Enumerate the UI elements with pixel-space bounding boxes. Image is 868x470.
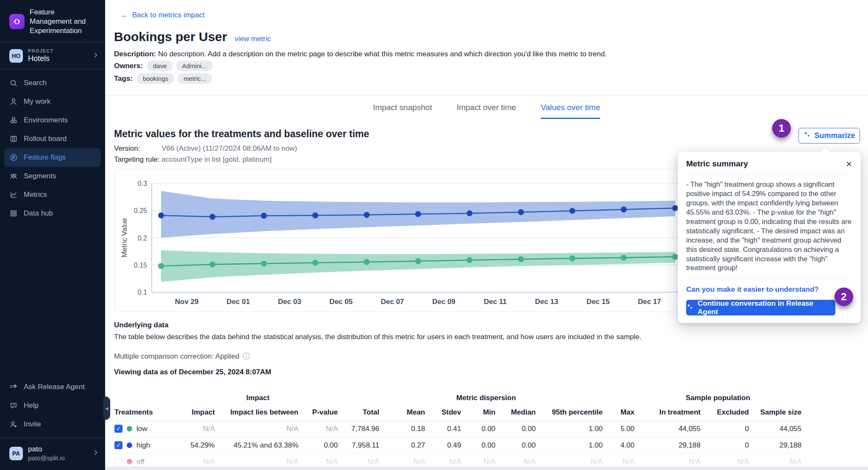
- project-switcher[interactable]: HO PROJECT Hotels: [0, 42, 105, 69]
- project-label: PROJECT: [28, 48, 53, 53]
- view-metric-link[interactable]: view metric: [235, 35, 271, 43]
- chart-icon: [9, 191, 18, 199]
- column-header: P-value: [298, 404, 338, 420]
- svg-text:Nov 29: Nov 29: [175, 298, 199, 306]
- sidebar-item-data-hub[interactable]: Data hub: [4, 204, 101, 223]
- treatment-color-dot: [127, 459, 132, 464]
- table-cell: 0.00: [495, 420, 536, 437]
- nav-label: Rollout board: [24, 135, 67, 143]
- treatment-checkbox[interactable]: ✓: [114, 425, 122, 433]
- confidence-band-low: [161, 250, 675, 282]
- user-menu[interactable]: PA pato pato@split.io: [0, 438, 105, 470]
- table-cell: 0.00: [461, 420, 495, 437]
- version-value: V66 (Active) (11/27/2024 08:06AM to now): [161, 144, 297, 153]
- annotation-step-2-badge: 2: [835, 288, 853, 306]
- sidebar-item-ask-release-agent[interactable]: Ask Release Agent: [4, 378, 101, 396]
- treatment-checkbox[interactable]: [114, 458, 122, 466]
- table-cell: 44,055: [634, 420, 701, 437]
- underlying-data-table: ImpactMetric dispersionSample population…: [114, 392, 801, 470]
- description-label: Description:: [114, 50, 156, 58]
- sidebar-item-feature-flags[interactable]: Feature flags: [4, 148, 101, 167]
- easier-to-understand-link[interactable]: Can you make it easier to understand?: [686, 285, 852, 294]
- help-bubble-icon: ?: [9, 401, 18, 410]
- table-cell: 0.18: [379, 420, 425, 437]
- svg-text:Dec 01: Dec 01: [227, 298, 250, 306]
- sidebar-item-metrics[interactable]: Metrics: [4, 185, 101, 204]
- sidebar-item-invite[interactable]: Invite: [4, 415, 101, 434]
- targeting-rule-row: Targeting rule: accountType in list [gol…: [114, 155, 272, 164]
- svg-text:0.25: 0.25: [134, 207, 147, 214]
- sidebar-item-rollout-board[interactable]: Rollout board: [4, 130, 101, 148]
- svg-text:?: ?: [13, 403, 15, 407]
- svg-text:Dec 09: Dec 09: [432, 298, 456, 306]
- user-name: pato: [28, 445, 65, 453]
- info-icon[interactable]: ⓘ: [243, 351, 250, 361]
- tab-bar: Impact snapshot Impact over time Values …: [105, 103, 868, 119]
- flag-icon: [9, 153, 18, 162]
- close-icon[interactable]: ✕: [846, 160, 852, 168]
- table-cell: 45.21% and 63.38%: [215, 437, 298, 453]
- sidebar-item-my-work[interactable]: My work: [4, 92, 101, 111]
- column-header: Min: [461, 404, 495, 420]
- description-text: No description. Add a description on the…: [158, 50, 607, 58]
- group-header: Metric dispersion: [338, 392, 634, 404]
- tab-impact-snapshot[interactable]: Impact snapshot: [373, 103, 432, 119]
- column-header: In treatment: [634, 404, 701, 420]
- chevron-right-icon: [92, 449, 99, 458]
- column-header: Impact: [178, 404, 215, 420]
- tag-pill: bookings: [137, 73, 174, 84]
- sidebar-collapse-handle[interactable]: ◂: [103, 396, 110, 420]
- column-header: Excluded: [701, 404, 749, 420]
- treatment-label: high: [136, 441, 150, 450]
- page-title: Bookings per User: [114, 30, 227, 44]
- user-plus-icon: [9, 420, 18, 429]
- tags-label: Tags:: [114, 75, 133, 83]
- correction-row: Multiple comparison correction: Applied …: [114, 351, 250, 361]
- svg-text:Dec 15: Dec 15: [587, 298, 610, 306]
- nav-label: Help: [24, 401, 39, 410]
- svg-text:Dec 13: Dec 13: [535, 298, 558, 306]
- nav-label: Invite: [24, 420, 41, 429]
- column-header: Max: [603, 404, 634, 420]
- column-header: Stdev: [425, 404, 461, 420]
- metric-description: Description: No description. Add a descr…: [114, 50, 607, 58]
- sidebar-item-search[interactable]: Search: [4, 74, 101, 92]
- user-email: pato@split.io: [28, 454, 65, 462]
- user-icon: [9, 97, 18, 106]
- split-logo-icon: [9, 14, 25, 29]
- owner-pill: Admini...: [176, 61, 213, 71]
- header-divider: [105, 95, 868, 96]
- sidebar-bottom-nav: Ask Release Agent?HelpInvite: [0, 373, 105, 438]
- column-header: Impact lies between: [215, 404, 298, 420]
- svg-text:0.1: 0.1: [138, 289, 147, 296]
- tab-impact-over-time[interactable]: Impact over time: [456, 103, 516, 119]
- table-cell: 0.41: [425, 420, 461, 437]
- y-axis-label: Metric Value: [120, 218, 128, 257]
- continue-conversation-button[interactable]: Continue conversation in Release Agent: [686, 300, 835, 315]
- tab-values-over-time[interactable]: Values over time: [541, 103, 600, 119]
- treatment-color-dot: [127, 426, 132, 431]
- nav-label: Search: [24, 79, 47, 87]
- table-cell: 1.00: [536, 437, 603, 453]
- treatment-checkbox[interactable]: ✓: [114, 441, 122, 449]
- sidebar-item-segments[interactable]: Segments: [4, 167, 101, 185]
- sparkle-lines-icon: [9, 383, 18, 391]
- segments-icon: [9, 172, 18, 180]
- summarize-button[interactable]: Summarize: [798, 128, 860, 144]
- table-cell: N/A: [215, 420, 298, 437]
- targeting-rule-label: Targeting rule:: [114, 155, 161, 164]
- sidebar-item-environments[interactable]: Environments: [4, 111, 101, 130]
- table-cell: N/A: [178, 420, 215, 437]
- treatment-color-dot: [127, 442, 132, 448]
- table-row-high: ✓high54.29%45.21% and 63.38%0.007,958.11…: [114, 437, 801, 453]
- version-row: Version: V66 (Active) (11/27/2024 08:06A…: [114, 144, 297, 153]
- environments-icon: [9, 116, 18, 124]
- back-link[interactable]: ← Back to metrics impact: [121, 11, 205, 19]
- nav-label: Data hub: [24, 209, 53, 218]
- annotation-step-1-badge: 1: [772, 119, 791, 138]
- sidebar: Feature Management and Experimentation H…: [0, 0, 105, 470]
- user-avatar: PA: [9, 447, 23, 460]
- sidebar-item-help[interactable]: ?Help: [4, 396, 101, 415]
- table-cell: 7,958.11: [338, 437, 379, 453]
- underlying-data-heading: Underlying data: [114, 321, 168, 329]
